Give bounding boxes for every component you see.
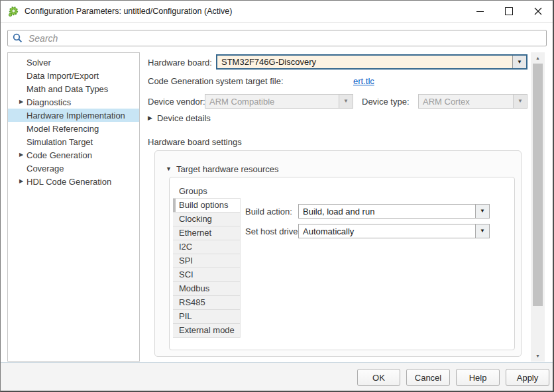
- chevron-down-icon[interactable]: ▼: [512, 56, 526, 68]
- maximize-button[interactable]: [494, 1, 524, 22]
- groups-label: Groups: [179, 186, 207, 196]
- title-bar: Configuration Parameters: untitled/Confi…: [1, 1, 553, 23]
- group-item-build-options[interactable]: Build options: [173, 199, 240, 213]
- target-file-label: Code Generation system target file:: [148, 76, 284, 86]
- device-vendor-select: ARM Compatible ▼: [205, 94, 353, 109]
- sidebar-item-code-generation[interactable]: ▶Code Generation: [8, 148, 139, 162]
- chevron-down-icon[interactable]: ▼: [475, 224, 489, 238]
- chevron-down-icon: ▼: [339, 95, 353, 108]
- close-button[interactable]: [524, 1, 553, 22]
- search-input[interactable]: [27, 32, 541, 44]
- chevron-down-icon: ▼: [513, 95, 527, 108]
- minimize-button[interactable]: [465, 1, 494, 22]
- set-host-drive-label: Set host drive:: [245, 226, 300, 236]
- group-item-sci[interactable]: SCI: [173, 268, 240, 282]
- sidebar-item-solver[interactable]: Solver: [8, 56, 139, 69]
- expand-arrow-icon[interactable]: ▶: [19, 99, 23, 105]
- expand-arrow-icon[interactable]: ▶: [19, 152, 23, 158]
- device-vendor-label: Device vendor:: [148, 97, 205, 107]
- category-tree: Solver Data Import/Export Math and Data …: [7, 52, 140, 362]
- build-action-select[interactable]: Build, load and run ▼: [298, 204, 490, 219]
- minimize-icon: [476, 11, 484, 12]
- sidebar-item-model-referencing[interactable]: Model Referencing: [8, 122, 139, 135]
- group-item-modbus[interactable]: Modbus: [173, 282, 240, 296]
- sidebar-item-math-and-data-types[interactable]: Math and Data Types: [8, 82, 139, 95]
- group-item-rs485[interactable]: RS485: [173, 296, 240, 310]
- scroll-down-arrow-icon[interactable]: ▼: [531, 351, 545, 361]
- scroll-up-arrow-icon[interactable]: ▲: [531, 53, 545, 63]
- groups-list: Build options Clocking Ethernet I2C SPI …: [173, 198, 241, 338]
- set-host-drive-select[interactable]: Automatically ▼: [298, 224, 490, 238]
- device-type-select: ARM Cortex ▼: [418, 94, 527, 109]
- configuration-parameters-window: Configuration Parameters: untitled/Confi…: [0, 0, 554, 392]
- group-item-external-mode[interactable]: External mode: [173, 324, 240, 338]
- ert-tlc-link[interactable]: ert.tlc: [353, 76, 374, 86]
- target-hardware-resources-panel: Groups Build options Clocking Ethernet I…: [169, 177, 515, 350]
- vertical-scrollbar[interactable]: ▲ ▼: [531, 52, 545, 362]
- hardware-board-select[interactable]: STM32F746G-Discovery ▼: [216, 54, 527, 70]
- hardware-board-settings-panel: ▼ Target hardware resources Groups Build…: [154, 150, 522, 357]
- maximize-icon: [505, 7, 513, 15]
- build-action-label: Build action:: [245, 207, 292, 217]
- target-hardware-resources-label: Target hardware resources: [176, 164, 279, 174]
- hardware-board-label: Hardware board:: [148, 58, 212, 68]
- sidebar-item-hdl-code-generation[interactable]: ▶HDL Code Generation: [8, 175, 139, 188]
- apply-button[interactable]: Apply: [506, 369, 549, 386]
- device-details-label: Device details: [157, 113, 211, 123]
- close-icon: [534, 7, 542, 15]
- group-item-pil[interactable]: PIL: [173, 310, 240, 324]
- window-controls: [465, 1, 553, 22]
- group-item-i2c[interactable]: I2C: [173, 240, 240, 254]
- search-box[interactable]: [7, 30, 547, 46]
- collapsed-arrow-icon: ▶: [148, 115, 152, 121]
- scrollbar-thumb[interactable]: [533, 64, 543, 306]
- chevron-down-icon[interactable]: ▼: [475, 205, 489, 218]
- device-type-label: Device type:: [362, 97, 410, 107]
- simulink-settings-gear-icon: [8, 6, 19, 17]
- hardware-board-settings-label: Hardware board settings: [148, 137, 242, 147]
- search-icon: [13, 33, 23, 43]
- window-title: Configuration Parameters: untitled/Confi…: [25, 7, 232, 16]
- ok-button[interactable]: OK: [357, 369, 400, 386]
- sidebar-item-data-import-export[interactable]: Data Import/Export: [8, 69, 139, 82]
- help-button[interactable]: Help: [456, 369, 500, 386]
- expand-arrow-icon[interactable]: ▶: [19, 179, 23, 184]
- target-hardware-resources-expander[interactable]: ▼ Target hardware resources: [166, 164, 279, 174]
- group-item-clocking[interactable]: Clocking: [173, 213, 240, 226]
- group-item-ethernet[interactable]: Ethernet: [173, 226, 240, 240]
- sidebar-item-hardware-implementation[interactable]: Hardware Implementation: [8, 109, 139, 122]
- expanded-arrow-icon: ▼: [166, 166, 172, 172]
- sidebar-item-simulation-target[interactable]: Simulation Target: [8, 135, 139, 148]
- device-details-expander[interactable]: ▶ Device details: [148, 113, 211, 123]
- cancel-button[interactable]: Cancel: [406, 369, 450, 386]
- group-item-spi[interactable]: SPI: [173, 254, 240, 268]
- dialog-button-bar: OK Cancel Help Apply: [1, 362, 553, 391]
- sidebar-item-coverage[interactable]: Coverage: [8, 162, 139, 175]
- sidebar-item-diagnostics[interactable]: ▶Diagnostics: [8, 95, 139, 109]
